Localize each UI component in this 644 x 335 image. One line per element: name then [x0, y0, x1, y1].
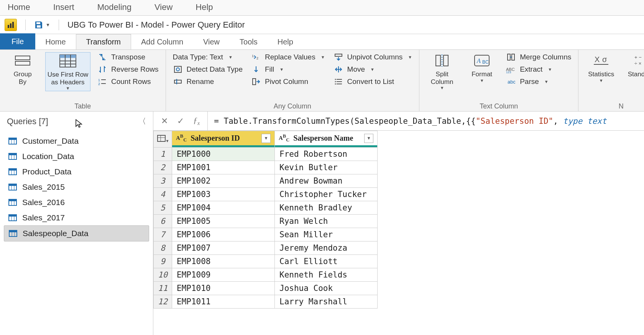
row-number[interactable]: 10	[154, 268, 172, 282]
row-number[interactable]: 2	[154, 161, 172, 174]
cell[interactable]: EMP1011	[172, 295, 275, 309]
cell[interactable]: Kenneth Fields	[275, 268, 378, 282]
count-rows-button[interactable]: 12 Count Rows	[96, 77, 160, 87]
tab-help[interactable]: Help	[268, 34, 303, 49]
formula-text[interactable]: = Table.TransformColumnTypes(Salespeople…	[208, 117, 644, 126]
host-menu-home[interactable]: Home	[8, 2, 30, 12]
save-icon[interactable]	[34, 20, 43, 30]
row-number[interactable]: 6	[154, 215, 172, 228]
replace-values-button[interactable]: 12 Replace Values▼	[250, 52, 327, 62]
cell[interactable]: EMP1001	[172, 161, 275, 174]
unpivot-columns-button[interactable]: Unpivot Columns▼	[332, 52, 414, 62]
query-item[interactable]: Sales_2015	[4, 179, 149, 195]
tab-transform[interactable]: Transform	[76, 34, 131, 49]
table-corner-button[interactable]: ▼	[154, 131, 172, 148]
formula-commit-icon[interactable]: ✓	[177, 116, 184, 126]
row-number[interactable]: 12	[154, 295, 172, 309]
row-number[interactable]: 4	[154, 188, 172, 201]
table-row[interactable]: 7EMP1006Sean Miller	[154, 228, 378, 241]
move-button[interactable]: Move▼	[332, 64, 414, 74]
table-row[interactable]: 5EMP1004Kenneth Bradley	[154, 201, 378, 215]
fill-button[interactable]: Fill▼	[250, 64, 327, 74]
query-item[interactable]: Sales_2017	[4, 210, 149, 225]
query-item[interactable]: Salespeople_Data	[4, 225, 149, 241]
format-button[interactable]: ABC Format ▼	[465, 52, 499, 83]
merge-columns-button[interactable]: Merge Columns	[504, 52, 573, 62]
tab-home[interactable]: Home	[35, 34, 76, 49]
column-filter-button[interactable]: ▼	[261, 134, 271, 143]
column-header-salesperson-name[interactable]: ABC Salesperson Name ▼	[275, 131, 378, 148]
column-filter-button[interactable]: ▼	[364, 134, 373, 143]
table-row[interactable]: 12EMP1011Larry Marshall	[154, 295, 378, 309]
cell[interactable]: Christopher Tucker	[275, 188, 378, 201]
tab-file[interactable]: File	[0, 33, 35, 49]
statistics-button[interactable]: Χσ Statistics ▼	[584, 52, 618, 83]
query-item[interactable]: Location_Data	[4, 149, 149, 164]
standard-button[interactable]: + −÷ × Standard	[624, 52, 644, 78]
cell[interactable]: Larry Marshall	[275, 295, 378, 309]
table-row[interactable]: 6EMP1005Ryan Welch	[154, 215, 378, 228]
column-header-salesperson-id[interactable]: ABC Salesperson ID ▼	[172, 131, 275, 148]
table-row[interactable]: 9EMP1008Carl Elliott	[154, 255, 378, 268]
group-by-button[interactable]: Group By	[5, 52, 40, 85]
table-row[interactable]: 10EMP1009Kenneth Fields	[154, 268, 378, 282]
parse-button[interactable]: abc Parse▼	[504, 77, 573, 87]
cell[interactable]: EMP1010	[172, 282, 275, 295]
cell[interactable]: Sean Miller	[275, 228, 378, 241]
cell[interactable]: Kenneth Bradley	[275, 201, 378, 215]
split-column-button[interactable]: Split Column ▼	[425, 52, 459, 90]
row-number[interactable]: 3	[154, 174, 172, 188]
row-number[interactable]: 11	[154, 282, 172, 295]
cell[interactable]: EMP1008	[172, 255, 275, 268]
cell[interactable]: EMP1000	[172, 148, 275, 161]
row-number[interactable]: 9	[154, 255, 172, 268]
data-type-button[interactable]: Data Type: Text▼	[171, 52, 244, 62]
row-number[interactable]: 5	[154, 201, 172, 215]
cell[interactable]: EMP1005	[172, 215, 275, 228]
tab-view[interactable]: View	[193, 34, 230, 49]
tab-add-column[interactable]: Add Column	[131, 34, 193, 49]
formula-cancel-icon[interactable]: ✕	[161, 116, 168, 126]
rename-button[interactable]: Rename	[171, 77, 244, 87]
reverse-rows-button[interactable]: Reverse Rows	[96, 64, 160, 74]
cell[interactable]: Carl Elliott	[275, 255, 378, 268]
data-grid-wrap[interactable]: ▼ ABC Salesperson ID ▼ A	[153, 131, 644, 335]
cell[interactable]: EMP1004	[172, 201, 275, 215]
extract-button[interactable]: ABC123 Extract▼	[504, 64, 573, 74]
convert-to-list-button[interactable]: Convert to List	[332, 77, 414, 87]
transpose-button[interactable]: Transpose	[96, 52, 160, 62]
query-item[interactable]: Sales_2016	[4, 195, 149, 210]
row-number[interactable]: 8	[154, 241, 172, 255]
table-row[interactable]: 1EMP1000Fred Robertson	[154, 148, 378, 161]
table-row[interactable]: 2EMP1001Kevin Butler	[154, 161, 378, 174]
cell[interactable]: Ryan Welch	[275, 215, 378, 228]
collapse-queries-icon[interactable]: 〈	[138, 116, 146, 126]
query-item[interactable]: Customer_Data	[4, 133, 149, 149]
pivot-column-button[interactable]: Pivot Column	[250, 77, 327, 87]
row-number[interactable]: 7	[154, 228, 172, 241]
formula-fx-icon[interactable]: ƒx	[193, 115, 200, 126]
cell[interactable]: Fred Robertson	[275, 148, 378, 161]
query-item[interactable]: Product_Data	[4, 164, 149, 179]
tab-tools[interactable]: Tools	[230, 34, 268, 49]
table-row[interactable]: 11EMP1010Joshua Cook	[154, 282, 378, 295]
table-row[interactable]: 4EMP1003Christopher Tucker	[154, 188, 378, 201]
detect-data-type-button[interactable]: Detect Data Type	[171, 64, 244, 74]
table-row[interactable]: 8EMP1007Jeremy Mendoza	[154, 241, 378, 255]
cell[interactable]: Kevin Butler	[275, 161, 378, 174]
cell[interactable]: EMP1002	[172, 174, 275, 188]
row-number[interactable]: 1	[154, 148, 172, 161]
save-dropdown-icon[interactable]: ▼	[46, 22, 50, 28]
table-row[interactable]: 3EMP1002Andrew Bowman	[154, 174, 378, 188]
host-menu-insert[interactable]: Insert	[53, 2, 74, 12]
use-first-row-as-headers-button[interactable]: Use First Row as Headers ▼	[45, 52, 90, 91]
cell[interactable]: EMP1007	[172, 241, 275, 255]
host-menu-view[interactable]: View	[154, 2, 172, 12]
cell[interactable]: Andrew Bowman	[275, 174, 378, 188]
cell[interactable]: Jeremy Mendoza	[275, 241, 378, 255]
cell[interactable]: EMP1006	[172, 228, 275, 241]
cell[interactable]: Joshua Cook	[275, 282, 378, 295]
host-menu-help[interactable]: Help	[196, 2, 213, 12]
cell[interactable]: EMP1009	[172, 268, 275, 282]
cell[interactable]: EMP1003	[172, 188, 275, 201]
